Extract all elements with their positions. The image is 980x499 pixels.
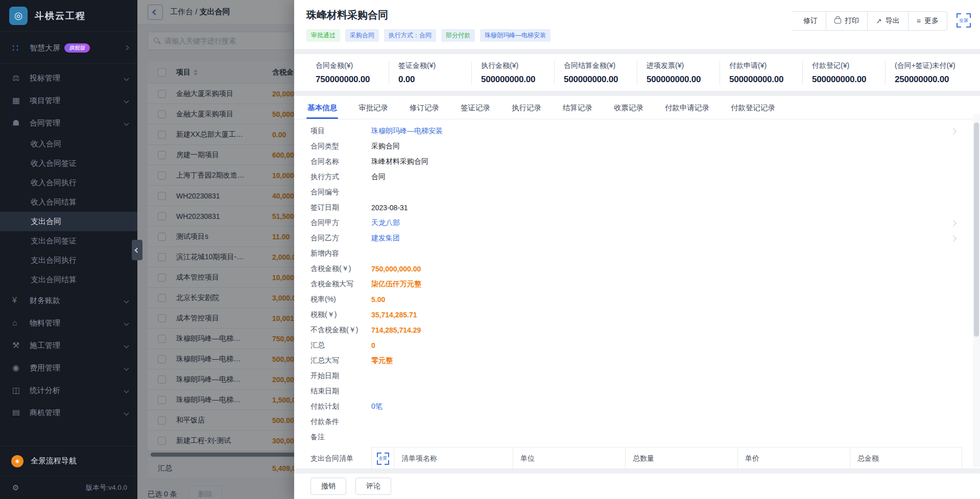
column-header: 单位 <box>513 447 626 468</box>
field-start-date: 开始日期 <box>310 368 980 384</box>
fullscreen-icon[interactable]: 全屏 <box>957 13 971 28</box>
export-icon: ↗ <box>876 17 882 24</box>
field-tax-amount: 税额(￥) 35,714,285.71 <box>310 307 980 322</box>
tools-icon: ⚒ <box>12 341 21 350</box>
sidebar-item-income-contract-settlement[interactable]: 收入合同结算 <box>0 192 137 212</box>
table-fullscreen-icon[interactable]: 全屏 <box>377 453 389 465</box>
sidebar-item-project-management[interactable]: ▦ 项目管理 <box>0 89 137 112</box>
vertical-scrollbar-thumb[interactable] <box>974 122 979 337</box>
sidebar-item-expense-contract-execution[interactable]: 支出合同执行 <box>0 251 137 270</box>
chevron-down-icon <box>124 365 129 370</box>
divider-band <box>294 468 980 473</box>
tab-basic-info[interactable]: 基本信息 <box>306 96 338 119</box>
stat-unpaid: (合同+签证)未付(¥) 250000000.00 <box>885 61 968 85</box>
tag-partial-payment: 部分付款 <box>441 29 475 42</box>
tab-payment-register-record[interactable]: 付款登记记录 <box>730 96 776 119</box>
chevron-down-icon <box>124 98 129 103</box>
tab-approval-record[interactable]: 审批记录 <box>357 96 389 119</box>
sidebar-item-material-management[interactable]: ⌂ 物料管理 <box>0 312 137 334</box>
tab-settlement-record[interactable]: 结算记录 <box>562 96 593 119</box>
print-button[interactable]: 打印 <box>826 11 868 31</box>
chevron-left-icon <box>135 247 140 253</box>
flagship-badge: 旗舰版 <box>64 43 90 53</box>
gavel-icon: ⚖ <box>12 74 21 82</box>
sidebar: ◎ 斗栱云工程 ∷ 智慧大屏 旗舰版 ⚖ 投标管理 ▦ 项目管理 ☗ 合同管理 … <box>0 0 137 499</box>
detail-tabs: 基本信息审批记录修订记录签证记录执行记录结算记录收票记录付款申请记录付款登记记录 <box>294 96 980 119</box>
tag-list: 审批通过采购合同执行方式：合同部分付款珠穆朗玛峰—电梯安装 <box>306 29 968 42</box>
briefcase-icon: ▤ <box>12 409 21 416</box>
app-logo-row[interactable]: ◎ 斗栱云工程 <box>0 0 137 32</box>
more-button[interactable]: ≡ 更多 <box>909 11 947 31</box>
contract-detail-drawer: 珠峰材料采购合同 审批通过采购合同执行方式：合同部分付款珠穆朗玛峰—电梯安装 修… <box>294 0 980 499</box>
basic-info-panel: 项目 珠穆朗玛峰—电梯安装 合同类型 采购合同 合同名称 珠峰材料采购合同 执行… <box>294 119 980 468</box>
chart-icon: ◫ <box>12 386 21 394</box>
sidebar-item-income-contract[interactable]: 收入合同 <box>0 134 137 154</box>
panorama-nav-item[interactable]: ◈ 全景流程导航 <box>0 446 137 476</box>
sidebar-item-smart-screen[interactable]: ∷ 智慧大屏 旗舰版 <box>0 40 137 56</box>
field-payment-terms: 付款条件 <box>310 414 980 430</box>
chevron-down-icon <box>124 76 129 81</box>
sidebar-item-income-contract-execution[interactable]: 收入合同执行 <box>0 173 137 192</box>
drawer-header: 珠峰材料采购合同 审批通过采购合同执行方式：合同部分付款珠穆朗玛峰—电梯安装 修… <box>294 0 980 49</box>
tab-execution-record[interactable]: 执行记录 <box>511 96 542 119</box>
tab-receipt-record[interactable]: 收票记录 <box>613 96 644 119</box>
sidebar-menu: ⚖ 投标管理 ▦ 项目管理 ☗ 合同管理 收入合同 收入合同签证 <box>0 64 137 416</box>
sidebar-item-expense-contract-visa[interactable]: 支出合同签证 <box>0 231 137 251</box>
printer-icon <box>834 18 841 23</box>
sidebar-item-income-contract-visa[interactable]: 收入合同签证 <box>0 154 137 173</box>
detail-list-table: 全屏 清单项名称 单位 总数量 单价 总金额 <box>371 447 962 468</box>
revise-button[interactable]: 修订 <box>792 11 826 31</box>
field-payment-plan: 付款计划 0笔 <box>310 399 980 414</box>
stat-execution-amount: 执行金额(¥) 500000000.00 <box>471 61 554 85</box>
field-summary: 汇总 0 <box>310 338 980 353</box>
stat-visa-amount: 签证金额(¥) 0.00 <box>389 61 471 85</box>
stat-payment-request: 付款申请(¥) 500000000.00 <box>720 61 802 85</box>
sidebar-collapse-handle[interactable] <box>132 240 142 260</box>
field-end-date: 结束日期 <box>310 384 980 399</box>
chevron-down-icon <box>124 298 129 303</box>
field-summary-caps: 汇总大写 零元整 <box>310 353 980 368</box>
warehouse-icon: ⌂ <box>12 319 21 327</box>
chevron-down-icon <box>124 410 129 415</box>
sidebar-item-expense-contract[interactable]: 支出合同 <box>0 212 137 231</box>
tab-payment-request-record[interactable]: 付款申请记录 <box>664 96 710 119</box>
stat-contract-amount: 合同金额(¥) 750000000.00 <box>306 61 389 85</box>
field-execution-method: 执行方式 合同 <box>310 169 980 185</box>
sidebar-item-finance-accounts[interactable]: ¥ 财务账款 <box>0 289 137 312</box>
field-sign-date: 签订日期 2023-08-31 <box>310 200 980 215</box>
gear-icon[interactable]: ⚙ <box>12 483 19 492</box>
field-new-content: 新增内容 <box>310 246 980 261</box>
app-title: 斗栱云工程 <box>35 10 86 22</box>
comment-button[interactable]: 评论 <box>355 478 391 495</box>
version-text: 版本号:v4.0.0 <box>86 483 127 492</box>
column-header: 清单项名称 <box>394 447 513 468</box>
sidebar-pinned: ◈ 全景流程导航 ⚙ 版本号:v4.0.0 <box>0 446 137 499</box>
drawer-footer: 撤销评论 <box>294 473 980 499</box>
export-button[interactable]: ↗ 导出 <box>868 11 909 31</box>
tab-revision-record[interactable]: 修订记录 <box>409 96 440 119</box>
sidebar-item-bid-management[interactable]: ⚖ 投标管理 <box>0 67 137 89</box>
stat-input-invoice: 进项发票(¥) 500000000.00 <box>637 61 720 85</box>
field-party-a: 合同甲方 天龙八部 <box>310 215 980 231</box>
tag-project: 珠穆朗玛峰—电梯安装 <box>480 29 551 42</box>
sidebar-item-business-management[interactable]: ▤ 商机管理 <box>0 402 137 416</box>
tag-approved: 审批通过 <box>306 29 340 42</box>
withdraw-button[interactable]: 撤销 <box>310 478 346 495</box>
divider-band <box>294 91 980 96</box>
stat-settlement-amount: 合同结算金额(¥) 500000000.00 <box>554 61 637 85</box>
building-icon: ▦ <box>12 96 21 105</box>
field-project: 项目 珠穆朗玛峰—电梯安装 <box>310 123 980 139</box>
chevron-down-icon <box>124 120 129 126</box>
sidebar-item-statistics-analysis[interactable]: ◫ 统计分析 <box>0 379 137 402</box>
field-tax-rate: 税率(%) 5.00 <box>310 292 980 307</box>
sidebar-item-expense-management[interactable]: ◉ 费用管理 <box>0 357 137 379</box>
field-tax-included-amount: 含税金额(￥) 750,000,000.00 <box>310 261 980 277</box>
tab-visa-record[interactable]: 签证记录 <box>460 96 491 119</box>
more-icon: ≡ <box>917 17 921 24</box>
sidebar-item-construction-management[interactable]: ⚒ 施工管理 <box>0 334 137 357</box>
sidebar-item-contract-management[interactable]: ☗ 合同管理 <box>0 112 137 134</box>
chevron-right-icon <box>124 45 129 51</box>
sidebar-item-expense-contract-settlement[interactable]: 支出合同结算 <box>0 270 137 289</box>
stamp-icon: ☗ <box>12 119 21 127</box>
stat-payment-register: 付款登记(¥) 500000000.00 <box>802 61 885 85</box>
